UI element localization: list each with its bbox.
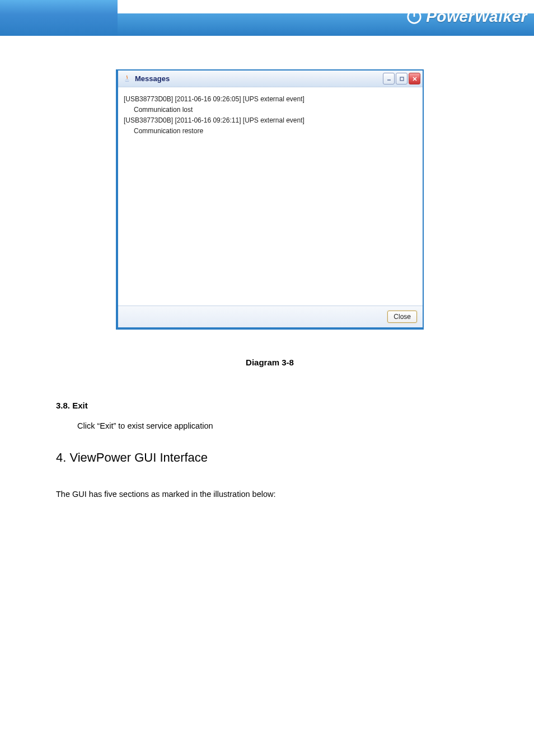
page-content: Messages [USB38773D0B] [2011-06-16 09:26… [0,36,534,611]
java-icon [123,74,132,83]
messages-dialog: Messages [USB38773D0B] [2011-06-16 09:26… [116,69,424,330]
dialog-title: Messages [135,74,383,83]
brand-logo: PowerWalker [406,8,527,26]
message-header: [USB38773D0B] [2011-06-16 09:26:11] [UPS… [124,115,417,125]
message-header: [USB38773D0B] [2011-06-16 09:26:05] [UPS… [124,94,417,104]
close-button[interactable]: Close [387,311,417,323]
section-heading-3-8: 3.8. Exit [56,401,484,410]
minimize-button[interactable] [383,73,395,84]
page-header: PowerWalker [0,0,534,36]
section-body-3-8: Click “Exit” to exist service applicatio… [77,421,484,430]
header-notch [0,0,118,36]
dialog-footer: Close [118,306,423,327]
dialog-figure: Messages [USB38773D0B] [2011-06-16 09:26… [56,69,484,330]
svg-rect-3 [400,77,404,81]
chapter-4-intro: The GUI has five sections as marked in t… [56,490,484,499]
message-detail: Communication restore [124,126,417,136]
figure-caption: Diagram 3-8 [56,358,484,367]
window-controls [383,73,420,84]
message-detail: Communication lost [124,105,417,115]
power-icon [406,8,423,25]
maximize-button[interactable] [396,73,407,84]
dialog-body: [USB38773D0B] [2011-06-16 09:26:05] [UPS… [118,87,423,306]
dialog-titlebar: Messages [118,71,423,87]
brand-name: PowerWalker [426,8,527,26]
close-window-button[interactable] [409,73,420,84]
chapter-heading-4: 4. ViewPower GUI Interface [56,450,484,465]
